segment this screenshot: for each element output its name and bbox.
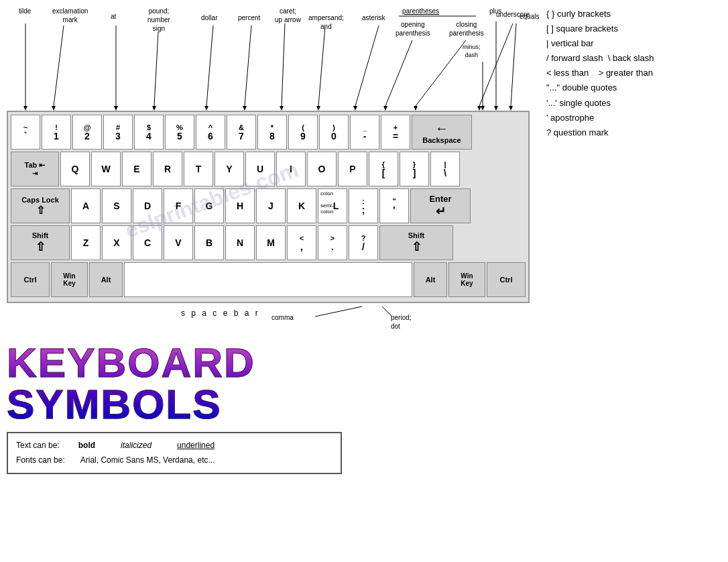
keyboard-title: KEYBOARD SYMBOLS [7,342,342,425]
ann-parentheses: parentheses [402,7,439,15]
ann-asterisk: asterisk [362,13,385,22]
svg-line-8 [206,25,213,106]
right-panel-item-8: ' apostrophe [546,111,718,125]
svg-line-12 [282,23,285,106]
key-win-right[interactable]: WinKey [448,262,485,297]
right-panel-item-5: < less than > greater than [546,66,718,80]
key-6[interactable]: ^ 6 [196,115,225,150]
key-m[interactable]: M [256,225,286,260]
key-s[interactable]: S [102,188,131,223]
key-comma[interactable]: < , [287,225,316,260]
key-w[interactable]: W [91,152,121,186]
key-enter[interactable]: Enter ↵ [410,188,471,223]
key-v[interactable]: V [164,225,193,260]
key-quote[interactable]: " ' [379,188,409,223]
key-x[interactable]: X [102,225,131,260]
ann-plus: plus [489,7,501,15]
svg-line-14 [318,27,325,106]
key-d[interactable]: D [133,188,162,223]
key-shift-right[interactable]: Shift ⇧ [379,225,453,260]
key-r[interactable]: R [153,152,182,186]
svg-line-31 [315,306,362,317]
svg-marker-21 [414,106,418,111]
key-u[interactable]: U [245,152,275,186]
spacebar-annotation: s p a c e b a r comma period; dot [7,303,530,337]
key-open-bracket[interactable]: { [ [369,152,398,186]
key-caps-lock[interactable]: Caps Lock ⇧ [11,188,70,223]
svg-marker-15 [316,106,320,111]
bottom-annotations-svg: comma period; dot [7,303,543,337]
ann-dollar: dollar [201,13,217,22]
key-alt-left[interactable]: Alt [89,262,123,297]
svg-marker-1 [23,106,27,111]
key-spacebar[interactable] [124,262,412,297]
key-o[interactable]: O [307,152,337,186]
key-equals[interactable]: + = [381,115,410,150]
key-q[interactable]: Q [60,152,90,186]
key-row-5: Ctrl WinKey Alt Alt WinKey Ctrl [11,262,526,297]
key-z[interactable]: Z [71,225,101,260]
key-a[interactable]: A [71,188,101,223]
key-p[interactable]: P [338,152,367,186]
text-label: Text can be: [16,439,60,453]
svg-line-20 [416,40,466,106]
underline-example: underlined [177,439,215,453]
key-tilde-backtick[interactable]: ~ ` [11,115,40,150]
key-9[interactable]: ( 9 [288,115,318,150]
main-container: tilde exclamationmark at pound;numbersig… [0,0,728,562]
key-semicolon[interactable]: : ; [349,188,378,223]
svg-line-33 [382,306,392,317]
key-1[interactable]: ! 1 [42,115,71,150]
key-y[interactable]: Y [215,152,244,186]
svg-text:dot: dot [391,323,400,330]
svg-line-23 [479,23,513,106]
key-c[interactable]: C [133,225,162,260]
key-backslash[interactable]: | \ [430,152,460,186]
key-ctrl-right[interactable]: Ctrl [487,262,526,297]
svg-line-6 [154,32,158,106]
key-j[interactable]: J [256,188,286,223]
annotation-area: tilde exclamationmark at pound;numbersig… [7,7,530,111]
key-3[interactable]: # 3 [103,115,133,150]
key-t[interactable]: T [184,152,213,186]
right-panel-item-3: | vertical bar [546,36,718,51]
key-f[interactable]: F [164,188,193,223]
key-l[interactable]: colon semi-colon L [318,188,347,223]
key-row-3: Caps Lock ⇧ A S D F G H J K colon semi-c… [11,188,526,223]
key-e[interactable]: E [122,152,151,186]
key-0[interactable]: ) 0 [319,115,349,150]
key-ctrl-left[interactable]: Ctrl [11,262,50,297]
key-backspace[interactable]: ← Backspace [412,115,472,150]
key-i[interactable]: I [276,152,306,186]
key-tab[interactable]: Tab ⇤ ⇥ [11,152,59,186]
key-4[interactable]: $ 4 [134,115,164,150]
ann-closing-paren: closingparenthesis [449,20,484,38]
key-g[interactable]: G [194,188,224,223]
key-win-left[interactable]: WinKey [51,262,88,297]
svg-marker-28 [494,106,498,111]
key-minus[interactable]: _ - [350,115,379,150]
key-shift-left[interactable]: Shift ⇧ [11,225,70,260]
ann-pound: pound;numbersign [147,7,170,33]
right-panel-item-6: "..." double quotes [546,80,718,95]
key-2[interactable]: @ 2 [72,115,102,150]
key-close-bracket[interactable]: } ] [400,152,429,186]
key-period[interactable]: > . [318,225,347,260]
svg-marker-13 [280,106,284,111]
key-slash[interactable]: ? / [349,225,378,260]
right-panel-item-4: / forward slash \ back slash [546,51,718,66]
key-7[interactable]: & 7 [227,115,256,150]
ann-opening-paren: openingparenthesis [396,20,430,38]
key-n[interactable]: N [225,225,255,260]
key-alt-right[interactable]: Alt [414,262,447,297]
key-8[interactable]: * 8 [257,115,287,150]
svg-line-2 [54,25,64,106]
svg-marker-19 [383,106,387,111]
key-5[interactable]: % 5 [165,115,194,150]
space-bar-label: s p a c e b a r [181,308,260,318]
key-k[interactable]: K [287,188,316,223]
left-section: tilde exclamationmark at pound;numbersig… [0,0,536,562]
key-b[interactable]: B [194,225,224,260]
key-h[interactable]: H [225,188,255,223]
svg-text:comma: comma [271,314,294,321]
